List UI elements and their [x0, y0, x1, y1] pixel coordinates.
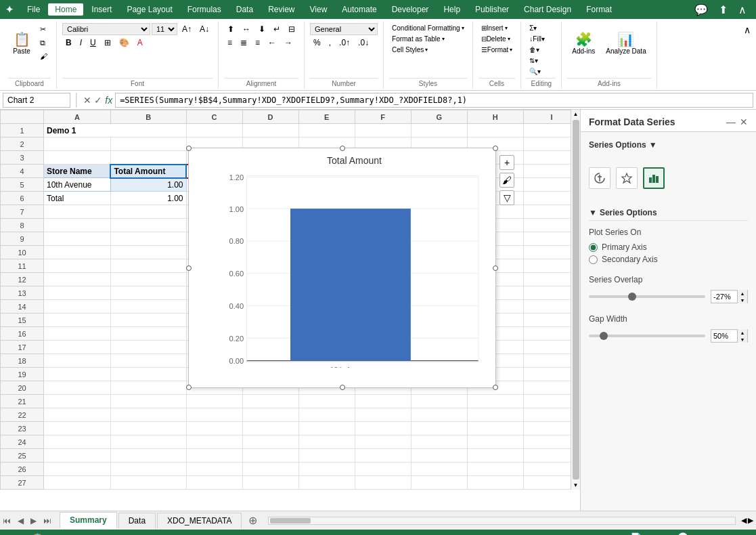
- scroll-up-btn[interactable]: ▲: [572, 110, 580, 119]
- cell-e1[interactable]: [298, 124, 355, 137]
- clear-btn[interactable]: 🗑▾: [527, 45, 548, 55]
- format-as-table-btn[interactable]: Format as Table ▾: [389, 34, 467, 44]
- cell-b2[interactable]: [110, 137, 186, 151]
- cell-a3[interactable]: [44, 151, 111, 165]
- page-layout-icon[interactable]: 📄: [630, 532, 642, 535]
- menu-developer[interactable]: Developer: [385, 3, 436, 16]
- effects-icon-btn[interactable]: [616, 167, 638, 189]
- format-cells-btn[interactable]: ☰ Format ▾: [479, 45, 516, 55]
- vertical-scrollbar[interactable]: ▲ ▼: [571, 110, 580, 490]
- sort-filter-btn[interactable]: ⇅▾: [527, 56, 548, 66]
- h-scroll-left[interactable]: ◀: [741, 516, 747, 525]
- font-size-select[interactable]: 11: [152, 23, 177, 35]
- resize-handle-sw[interactable]: [186, 385, 192, 390]
- series-overlap-input[interactable]: [711, 292, 737, 301]
- resize-handle-se[interactable]: [493, 385, 498, 390]
- underline-button[interactable]: U: [87, 37, 99, 49]
- font-color-btn[interactable]: A: [134, 37, 146, 49]
- menu-page-layout[interactable]: Page Layout: [120, 3, 179, 16]
- menu-format[interactable]: Format: [579, 3, 619, 16]
- insert-function-icon[interactable]: fx: [105, 95, 112, 106]
- cell-styles-btn[interactable]: Cell Styles ▾: [389, 45, 467, 55]
- bold-button[interactable]: B: [62, 37, 75, 49]
- gap-width-input[interactable]: [711, 331, 737, 341]
- resize-handle-nw[interactable]: [186, 146, 192, 151]
- indent-increase-btn[interactable]: →: [281, 37, 296, 49]
- scroll-down-btn[interactable]: ▼: [572, 481, 580, 490]
- normal-view-icon[interactable]: ⊞: [617, 532, 625, 535]
- increase-decimal-btn[interactable]: .0↑: [336, 37, 353, 49]
- cell-a5[interactable]: 10th Avenue: [44, 178, 111, 192]
- collapse-ribbon-btn[interactable]: ∧: [734, 2, 751, 18]
- chart-filter-btn[interactable]: ▽: [499, 190, 514, 205]
- cell-a1[interactable]: Demo 1: [44, 124, 187, 137]
- addins-btn[interactable]: 🧩 Add-ins: [567, 23, 600, 64]
- menu-review[interactable]: Review: [261, 3, 301, 16]
- align-top-btn[interactable]: ⬆: [224, 23, 238, 35]
- find-select-btn[interactable]: 🔍▾: [527, 66, 548, 77]
- copy-button[interactable]: ⧉: [37, 37, 51, 49]
- collapse-ribbon-btn2[interactable]: ∧: [744, 24, 751, 35]
- conditional-formatting-btn[interactable]: Conditional Formatting ▾: [389, 23, 467, 33]
- sheet-nav-last[interactable]: ⏭: [41, 515, 54, 527]
- gap-width-up-btn[interactable]: ▲: [738, 329, 747, 336]
- resize-handle-w[interactable]: [186, 265, 192, 271]
- series-overlap-up-btn[interactable]: ▲: [738, 290, 747, 297]
- format-painter-button[interactable]: 🖌: [37, 50, 51, 62]
- cell-b3[interactable]: [110, 151, 186, 165]
- menu-insert[interactable]: Insert: [85, 3, 118, 16]
- align-middle-btn[interactable]: ↔: [239, 23, 254, 35]
- align-right-btn[interactable]: ≡: [252, 37, 263, 49]
- wrap-text-btn[interactable]: ↵: [270, 23, 284, 35]
- zoom-slider[interactable]: [667, 532, 721, 535]
- sheet-tab-summary[interactable]: Summary: [60, 512, 117, 529]
- cell-b6[interactable]: 1.00: [110, 192, 186, 205]
- h-scroll-thumb[interactable]: [270, 518, 311, 523]
- border-button[interactable]: ⊞: [101, 37, 114, 49]
- cell-f1[interactable]: [355, 124, 411, 137]
- menu-formulas[interactable]: Formulas: [181, 3, 228, 16]
- cell-b4[interactable]: Total Amount: [110, 165, 186, 178]
- col-header-e[interactable]: E: [298, 110, 355, 124]
- sheet-tab-data[interactable]: Data: [118, 513, 156, 528]
- analyze-data-btn[interactable]: 📊 Analyze Data: [601, 23, 650, 64]
- chart-style-btn[interactable]: 🖌: [499, 173, 514, 188]
- panel-collapse-btn[interactable]: —: [726, 116, 736, 127]
- fill-options-icon-btn[interactable]: [589, 167, 610, 189]
- h-scrollbar[interactable]: [268, 517, 736, 525]
- cell-d1[interactable]: [242, 124, 298, 137]
- align-center-btn[interactable]: ≣: [237, 37, 250, 49]
- formula-input[interactable]: [115, 93, 753, 108]
- insert-cells-btn[interactable]: ⊞ Insert ▾: [479, 23, 516, 33]
- primary-axis-radio[interactable]: [589, 243, 598, 252]
- col-header-g[interactable]: G: [411, 110, 467, 124]
- menu-automate[interactable]: Automate: [335, 3, 383, 16]
- series-options-icon-btn[interactable]: [643, 167, 665, 189]
- name-box[interactable]: [3, 93, 70, 108]
- add-sheet-btn[interactable]: ⊕: [243, 513, 263, 528]
- series-overlap-slider[interactable]: [589, 295, 705, 298]
- cell-h1[interactable]: [467, 124, 523, 137]
- autosum-btn[interactable]: Σ▾: [527, 23, 548, 33]
- col-header-a[interactable]: A: [44, 110, 111, 124]
- comma-btn[interactable]: ,: [326, 37, 334, 49]
- resize-handle-s[interactable]: [340, 385, 345, 390]
- confirm-formula-icon[interactable]: ✓: [94, 95, 102, 106]
- cut-button[interactable]: ✂: [37, 23, 51, 36]
- col-header-d[interactable]: D: [242, 110, 298, 124]
- merge-btn[interactable]: ⊟: [285, 23, 298, 35]
- gap-width-slider[interactable]: [589, 335, 705, 337]
- sheet-scroll-inner[interactable]: A B C D E F G H I 1: [0, 110, 580, 511]
- series-options-btn[interactable]: Series Options ▼: [589, 137, 748, 152]
- sheet-nav-first[interactable]: ⏮: [0, 515, 14, 527]
- number-format-select[interactable]: General: [310, 23, 378, 35]
- chart-container[interactable]: + 🖌 ▽ Total Amount 1.20 1.00 0.80: [188, 148, 496, 388]
- panel-close-btn[interactable]: ✕: [740, 116, 748, 127]
- cell-a2[interactable]: [44, 137, 111, 151]
- paste-button[interactable]: 📋 Paste: [8, 23, 35, 64]
- align-bottom-btn[interactable]: ⬇: [255, 23, 269, 35]
- menu-chart-design[interactable]: Chart Design: [517, 3, 578, 16]
- increase-font-btn[interactable]: A↑: [179, 23, 195, 35]
- italic-button[interactable]: I: [76, 37, 85, 49]
- menu-publisher[interactable]: Publisher: [468, 3, 516, 16]
